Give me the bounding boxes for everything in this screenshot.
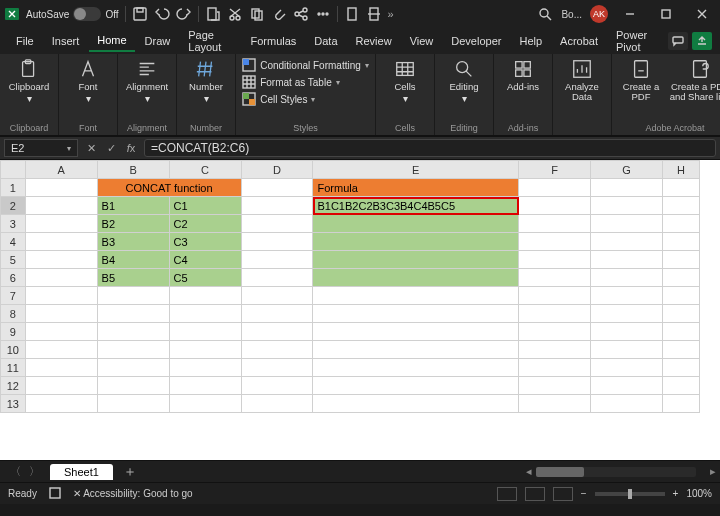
menu-bar: File Insert Home Draw Page Layout Formul… (0, 28, 720, 54)
svg-rect-18 (673, 37, 683, 43)
zoom-out-icon[interactable]: − (581, 488, 587, 499)
qat-overflow[interactable]: » (388, 8, 394, 20)
maximize-button[interactable] (652, 0, 680, 28)
comments-button[interactable] (668, 32, 688, 50)
group-alignment: Alignment▾ Alignment (118, 54, 177, 135)
svg-point-13 (326, 13, 328, 15)
copy-icon[interactable] (249, 6, 265, 22)
close-button[interactable] (688, 0, 716, 28)
analyze-data-button[interactable]: Analyze Data (559, 58, 605, 103)
svg-point-11 (318, 13, 320, 15)
share-icon[interactable] (293, 6, 309, 22)
menu-powerpivot[interactable]: Power Pivot (608, 25, 666, 57)
pagebreak-view-icon[interactable] (553, 487, 573, 501)
menu-draw[interactable]: Draw (137, 31, 179, 51)
new-icon[interactable] (205, 6, 221, 22)
sheet-tab-1[interactable]: Sheet1 (50, 464, 113, 480)
row-7[interactable]: 7 (1, 287, 700, 305)
scroll-left-icon[interactable]: ◂ (522, 465, 536, 478)
group-analyze: Analyze Data (553, 54, 612, 135)
svg-rect-17 (662, 10, 670, 18)
format-as-table-button[interactable]: Format as Table ▾ (242, 75, 369, 89)
save-icon[interactable] (132, 6, 148, 22)
spreadsheet-grid[interactable]: ABCD EFGH 1 CONCAT function Formula 2 B1… (0, 160, 720, 460)
row-12[interactable]: 12 (1, 377, 700, 395)
normal-view-icon[interactable] (497, 487, 517, 501)
alignment-button[interactable]: Alignment▾ (124, 58, 170, 105)
svg-rect-1 (134, 8, 146, 20)
doc-icon[interactable] (344, 6, 360, 22)
create-pdf-button[interactable]: Create a PDF (618, 58, 664, 103)
menu-help[interactable]: Help (511, 31, 550, 51)
svg-rect-2 (137, 8, 143, 12)
strike-icon[interactable] (366, 6, 382, 22)
menu-view[interactable]: View (402, 31, 442, 51)
row-8[interactable]: 8 (1, 305, 700, 323)
autosave-toggle[interactable]: AutoSave Off (26, 7, 119, 21)
prev-sheet-icon[interactable]: 〈 (10, 464, 21, 479)
undo-icon[interactable] (154, 6, 170, 22)
row-11[interactable]: 11 (1, 359, 700, 377)
menu-data[interactable]: Data (306, 31, 345, 51)
menu-home[interactable]: Home (89, 30, 134, 52)
group-cells: Cells▾ Cells (376, 54, 435, 135)
redo-icon[interactable] (176, 6, 192, 22)
cancel-icon[interactable]: ✕ (82, 142, 100, 155)
conditional-formatting-button[interactable]: Conditional Formatting ▾ (242, 58, 369, 72)
menu-formulas[interactable]: Formulas (242, 31, 304, 51)
toggle-icon (73, 7, 101, 21)
menu-developer[interactable]: Developer (443, 31, 509, 51)
number-button[interactable]: Number▾ (183, 58, 229, 105)
menu-acrobat[interactable]: Acrobat (552, 31, 606, 51)
row-2[interactable]: 2 B1C1 B1C1B2C2B3C3B4C4B5C5 (1, 197, 700, 215)
row-6[interactable]: 6 B5C5 (1, 269, 700, 287)
horizontal-scrollbar[interactable] (536, 467, 696, 477)
cut-icon[interactable] (227, 6, 243, 22)
svg-rect-31 (516, 70, 522, 76)
menu-file[interactable]: File (8, 31, 42, 51)
paste-button[interactable]: Clipboard▾ (6, 58, 52, 105)
formula-input[interactable]: =CONCAT(B2:C6) (144, 139, 716, 157)
status-bar: Ready ✕ Accessibility: Good to go − + 10… (0, 482, 720, 504)
fx-icon[interactable]: fx (122, 142, 140, 154)
cells-button[interactable]: Cells▾ (382, 58, 428, 105)
svg-point-9 (303, 8, 307, 12)
row-1[interactable]: 1 CONCAT function Formula (1, 179, 700, 197)
menu-insert[interactable]: Insert (44, 31, 88, 51)
search-icon[interactable] (537, 6, 553, 22)
font-button[interactable]: Font▾ (65, 58, 111, 105)
zoom-slider[interactable] (595, 492, 665, 496)
accessibility-status[interactable]: ✕ Accessibility: Good to go (73, 488, 193, 499)
macro-icon[interactable] (49, 487, 61, 501)
more-icon[interactable] (315, 6, 331, 22)
group-clipboard: Clipboard▾ Clipboard (0, 54, 59, 135)
share-button[interactable] (692, 32, 712, 50)
menu-pagelayout[interactable]: Page Layout (180, 25, 240, 57)
row-5[interactable]: 5 B4C4 (1, 251, 700, 269)
column-headers[interactable]: ABCD EFGH (1, 161, 700, 179)
cell-styles-button[interactable]: Cell Styles ▾ (242, 92, 369, 106)
pagelayout-view-icon[interactable] (525, 487, 545, 501)
avatar[interactable]: AK (590, 5, 608, 23)
zoom-level[interactable]: 100% (686, 488, 712, 499)
svg-rect-23 (243, 76, 255, 88)
add-sheet-button[interactable]: ＋ (113, 463, 147, 481)
row-10[interactable]: 10 (1, 341, 700, 359)
editing-button[interactable]: Editing▾ (441, 58, 487, 105)
zoom-in-icon[interactable]: + (673, 488, 679, 499)
minimize-button[interactable] (616, 0, 644, 28)
name-box[interactable]: E2▾ (4, 139, 78, 157)
attach-icon[interactable] (271, 6, 287, 22)
create-pdf-share-button[interactable]: Create a PDF and Share link (668, 58, 720, 103)
status-ready: Ready (8, 488, 37, 499)
row-9[interactable]: 9 (1, 323, 700, 341)
svg-point-12 (322, 13, 324, 15)
row-13[interactable]: 13 (1, 395, 700, 413)
menu-review[interactable]: Review (348, 31, 400, 51)
next-sheet-icon[interactable]: 〉 (29, 464, 40, 479)
row-3[interactable]: 3 B2C2 (1, 215, 700, 233)
enter-icon[interactable]: ✓ (102, 142, 120, 155)
scroll-right-icon[interactable]: ▸ (706, 465, 720, 478)
addins-button[interactable]: Add-ins (500, 58, 546, 92)
row-4[interactable]: 4 B3C3 (1, 233, 700, 251)
